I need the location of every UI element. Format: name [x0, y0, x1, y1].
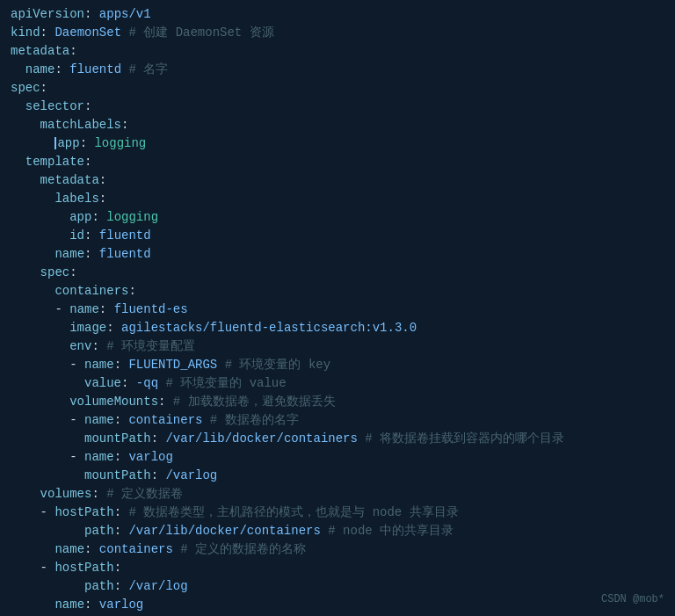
code-segment-indent8: [11, 395, 69, 409]
code-segment-value-string: agilestacks/fluentd-elasticsearch:v1.3.0: [121, 321, 417, 335]
code-segment-colon: :: [114, 561, 121, 575]
code-segment-key: name: [84, 358, 114, 372]
code-segment-key: metadata: [11, 44, 69, 58]
code-segment-colon: :: [84, 99, 91, 113]
code-segment-indent2: [11, 99, 25, 113]
code-segment-value-string: -qq: [136, 376, 158, 390]
code-line: image: agilestacks/fluentd-elasticsearch…: [0, 319, 675, 337]
code-segment-colon: :: [114, 358, 129, 372]
code-segment-colon: :: [84, 7, 99, 21]
code-line: metadata:: [0, 171, 675, 190]
code-line: spec:: [0, 264, 675, 282]
code-segment-key: name: [54, 542, 84, 556]
code-segment-comment: # 名字: [121, 62, 168, 76]
code-segment-value-string: containers: [99, 542, 173, 556]
code-segment-comment: # 环境变量的 value: [158, 376, 287, 390]
code-segment-indent4: [11, 118, 40, 132]
code-segment-dash: -: [69, 413, 84, 427]
code-segment-value-string: DaemonSet: [54, 25, 121, 40]
code-segment-key: value: [84, 376, 121, 390]
code-segment-indent8: [11, 210, 69, 224]
code-segment-indent8: [11, 524, 84, 538]
code-line: - hostPath:: [0, 559, 675, 577]
code-segment-colon: :: [158, 395, 173, 409]
code-segment-colon: :: [106, 321, 121, 335]
code-line: path: /var/log: [0, 577, 675, 596]
code-segment-colon: :: [114, 450, 129, 464]
code-segment-colon: :: [40, 25, 55, 40]
code-segment-key: spec: [40, 265, 70, 279]
code-segment-indent10: [11, 376, 84, 390]
code-segment-comment: # 数据卷的名字: [202, 413, 298, 427]
code-segment-key: app: [69, 210, 91, 224]
code-segment-colon: :: [99, 302, 114, 316]
code-segment-value-green: logging: [94, 136, 146, 150]
code-segment-key: containers: [54, 284, 128, 298]
code-segment-key: mountPath: [84, 431, 151, 446]
code-line: path: /var/lib/docker/containers # node …: [0, 522, 675, 540]
code-line: metadata:: [0, 42, 675, 61]
code-line: template:: [0, 153, 675, 171]
code-segment-indent8: [11, 358, 69, 372]
code-segment-comment: # 创建 DaemonSet 资源: [121, 25, 274, 40]
code-line: labels:: [0, 190, 675, 208]
code-segment-colon: :: [84, 155, 91, 169]
code-line: app: logging: [0, 208, 675, 227]
code-segment-value-green: logging: [106, 210, 158, 224]
code-segment-colon: :: [114, 579, 129, 593]
code-segment-indent6: [11, 136, 54, 150]
code-line: name: varlog: [0, 596, 675, 614]
code-line: - name: fluentd-es: [0, 301, 675, 319]
code-segment-key: hostPath: [54, 561, 113, 575]
code-segment-key: template: [25, 155, 84, 169]
code-segment-colon: :: [151, 468, 166, 482]
code-segment-value-string: containers: [128, 413, 202, 427]
code-segment-dash: -: [40, 505, 55, 519]
code-segment-colon: :: [151, 431, 166, 446]
code-line: containers:: [0, 282, 675, 301]
code-segment-value-string: /var/lib/docker/containers: [165, 431, 357, 446]
code-segment-indent6: [11, 284, 54, 298]
code-segment-indent8: [11, 450, 69, 464]
code-segment-key: image: [69, 321, 106, 335]
code-segment-indent8: [11, 579, 84, 593]
code-segment-colon: :: [54, 62, 69, 76]
code-segment-value-string: FLUENTD_ARGS: [128, 358, 217, 372]
code-segment-indent6: [11, 192, 54, 206]
code-segment-indent4: [11, 505, 40, 519]
code-segment-colon: :: [84, 598, 99, 612]
code-segment-key: name: [69, 302, 99, 316]
code-line: mountPath: /varlog: [0, 467, 675, 485]
code-segment-key: apiVersion: [11, 7, 84, 21]
code-segment-indent4: [11, 173, 40, 187]
code-content: apiVersion: apps/v1kind: DaemonSet # 创建 …: [0, 5, 675, 616]
code-segment-value-string: /var/lib/docker/containers: [128, 524, 320, 538]
code-line: kind: DaemonSet # 创建 DaemonSet 资源: [0, 24, 675, 42]
code-line: - name: containers # 数据卷的名字: [0, 411, 675, 430]
code-segment-indent6: [11, 542, 54, 556]
code-line: mountPath: /var/lib/docker/containers # …: [0, 430, 675, 448]
code-line: value: -qq # 环境变量的 value: [0, 374, 675, 393]
code-segment-value-string: fluentd-es: [114, 302, 188, 316]
code-segment-indent4: [11, 265, 40, 279]
code-segment-key: name: [25, 62, 55, 76]
code-segment-comment: # 数据卷类型，主机路径的模式，也就是与 node 共享目录: [128, 505, 458, 519]
code-segment-colon: :: [40, 81, 47, 95]
code-segment-colon: :: [84, 542, 99, 556]
code-line: env: # 环境变量配置: [0, 337, 675, 356]
code-segment-dash: -: [69, 450, 84, 464]
code-segment-value-string: varlog: [128, 450, 172, 464]
code-segment-colon: :: [99, 173, 106, 187]
code-segment-comment: # 环境变量的 key: [217, 358, 330, 372]
code-segment-key: volumes: [40, 487, 92, 501]
code-segment-key: matchLabels: [40, 118, 121, 132]
code-segment-indent2: [11, 155, 25, 169]
code-segment-key: mountPath: [84, 468, 151, 482]
code-line: name: fluentd # 名字: [0, 61, 675, 79]
code-segment-comment: # 定义的数据卷的名称: [173, 542, 306, 556]
code-segment-indent4: [11, 561, 40, 575]
code-segment-comment: # node 中的共享目录: [321, 524, 454, 538]
code-segment-colon: :: [114, 524, 129, 538]
code-segment-value-string: fluentd: [99, 228, 151, 243]
code-segment-colon: :: [121, 376, 136, 390]
